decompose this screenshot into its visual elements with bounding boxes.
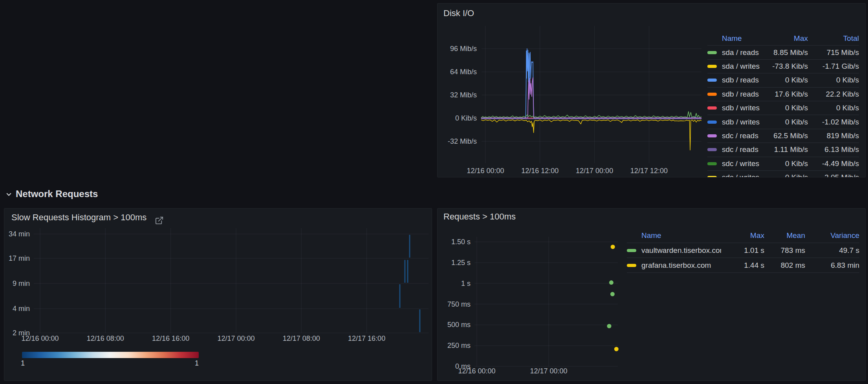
- y-grid: 0 ms250 ms500 ms750 ms1 s1.25 s1.50 s: [447, 238, 618, 370]
- legend-series-name: sdb / writes: [722, 118, 760, 126]
- legend-row-vaultwarden-tiserbox-com[interactable]: vaultwarden.tiserbox.com1.01 s783 ms49.7…: [627, 243, 859, 258]
- legend-series-name: sdb / reads: [722, 90, 759, 99]
- colorbar-max-label: 1: [195, 359, 199, 368]
- legend-series-name: sdc / writes: [722, 173, 759, 177]
- legend-series-name: sda / reads: [722, 48, 759, 57]
- series-color-swatch: [707, 106, 717, 110]
- legend-row-sda-reads[interactable]: sda / reads8.85 Mib/s715 Mib/s: [707, 46, 859, 59]
- legend-value-max: 1.11 Mib/s: [762, 145, 808, 154]
- legend-row-sdc-writes[interactable]: sdc / writes0 Kib/s-4.49 Mib/s: [707, 157, 859, 171]
- grafana-dashboard: Disk I/O 96 Mib/s64 Mib/s32 Mib/s0 Kib/s…: [0, 0, 868, 384]
- legend-value-total: 715 Mib/s: [808, 48, 859, 57]
- scatter-point-vaultwarden-tiserbox-com: [609, 280, 613, 285]
- y-tick-label: 64 Mib/s: [450, 68, 477, 76]
- legend-value-total: 22.2 Kib/s: [808, 90, 859, 99]
- y-tick-label: 250 ms: [447, 342, 471, 349]
- legend-series-name: vaultwarden.tiserbox.com: [641, 246, 721, 255]
- series-color-swatch: [627, 249, 636, 252]
- legend-row-sdb-reads[interactable]: sdb / reads17.6 Kib/s22.2 Kib/s: [707, 88, 859, 101]
- legend-row-grafana-tiserbox-com[interactable]: grafana.tiserbox.com1.44 s802 ms6.83 min: [627, 258, 859, 273]
- x-tick-label: 12/16 16:00: [152, 335, 189, 342]
- legend-series-name: sdc / writes: [722, 159, 759, 168]
- legend-value-mean: 783 ms: [764, 246, 805, 255]
- y-bucket-label: 9 min: [13, 280, 30, 287]
- heatmap-cell: [419, 309, 420, 332]
- panel-title-requests-over-100ms[interactable]: Requests > 100ms: [443, 212, 516, 222]
- legend-series-name: sdb / writes: [722, 104, 760, 112]
- series-color-swatch: [707, 65, 717, 68]
- legend-value-total: -1.71 Gib/s: [808, 62, 859, 71]
- legend-col-mean[interactable]: Mean: [764, 231, 805, 240]
- heatmap-colorbar: [22, 352, 199, 358]
- y-bucket-label: 34 min: [9, 230, 30, 238]
- legend-row-sda-writes[interactable]: sda / writes-73.8 Kib/s-1.71 Gib/s: [707, 60, 859, 73]
- x-tick-label: 12/17 00:00: [576, 167, 613, 175]
- y-tick-label: 0 Kib/s: [455, 114, 477, 122]
- series-color-swatch: [627, 264, 636, 267]
- requests-legend: NameMaxMeanVariancevaultwarden.tiserbox.…: [625, 228, 863, 273]
- x-grid: 12/16 00:0012/17 00:00: [458, 237, 567, 375]
- legend-value-max: 0 Kib/s: [762, 118, 808, 126]
- y-bucket-label: 4 min: [13, 305, 30, 313]
- legend-value-total: -4.49 Mib/s: [808, 159, 859, 168]
- legend-value-max: 0 Kib/s: [762, 173, 808, 177]
- legend-row-sdc-reads[interactable]: sdc / reads62.5 Mib/s819 Mib/s: [707, 129, 859, 143]
- heatmap-cell: [399, 284, 401, 308]
- legend-header: NameMaxTotal: [707, 32, 859, 46]
- series-color-swatch: [707, 79, 717, 82]
- legend-col-total[interactable]: Total: [808, 34, 859, 43]
- legend-col-name[interactable]: Name: [627, 231, 721, 240]
- heatmap-cell: [404, 260, 405, 283]
- x-tick-label: 12/17 16:00: [348, 335, 385, 342]
- chevron-down-icon: [5, 191, 12, 198]
- panel-title-disk-io[interactable]: Disk I/O: [443, 8, 474, 18]
- x-tick-label: 12/16 00:00: [458, 367, 495, 375]
- legend-row-sdb-reads[interactable]: sdb / reads0 Kib/s0 Kib/s: [707, 73, 859, 87]
- panel-disk-io: Disk I/O 96 Mib/s64 Mib/s32 Mib/s0 Kib/s…: [437, 3, 866, 177]
- series-lines: [482, 49, 701, 150]
- legend-value-max: 0 Kib/s: [762, 76, 808, 84]
- x-tick-label: 12/16 08:00: [87, 335, 124, 342]
- series-color-swatch: [707, 162, 717, 165]
- x-tick-label: 12/16 00:00: [21, 335, 59, 342]
- legend-col-max[interactable]: Max: [762, 34, 808, 43]
- x-tick-label: 12/17 08:00: [283, 335, 320, 342]
- series-color-swatch: [707, 121, 717, 124]
- x-grid: 12/16 00:0012/16 08:0012/16 16:0012/17 0…: [21, 228, 385, 342]
- heatmap-cell: [407, 260, 408, 283]
- legend-col-variance[interactable]: Variance: [805, 231, 859, 240]
- legend-row-sdb-writes[interactable]: sdb / writes0 Kib/s-1.02 Mib/s: [707, 115, 859, 129]
- legend-col-name[interactable]: Name: [707, 34, 762, 43]
- scatter-points: [607, 245, 619, 351]
- legend-value-variance: 6.83 min: [805, 261, 859, 270]
- legend-row-sdc-reads[interactable]: sdc / reads1.11 Mib/s6.13 Mib/s: [707, 143, 859, 157]
- series-line-sdc-reads: [482, 78, 701, 118]
- y-tick-label: 1 s: [461, 280, 471, 287]
- external-link-icon[interactable]: [155, 216, 164, 225]
- y-tick-label: 500 ms: [447, 321, 471, 329]
- legend-row-sdc-writes[interactable]: sdc / writes0 Kib/s-2.05 Mib/s: [707, 171, 859, 177]
- section-header-network-requests[interactable]: Network Requests: [5, 188, 98, 200]
- panel-requests-over-100ms: Requests > 100ms 0 ms250 ms500 ms750 ms1…: [437, 208, 866, 381]
- legend-header: NameMaxMeanVariance: [627, 228, 859, 243]
- legend-value-total: 819 Mib/s: [808, 132, 859, 140]
- legend-series-name: sdc / reads: [722, 132, 758, 140]
- legend-value-total: 0 Kib/s: [808, 76, 859, 84]
- legend-row-sdb-writes[interactable]: sdb / writes0 Kib/s0 Kib/s: [707, 101, 859, 115]
- series-color-swatch: [707, 51, 717, 54]
- x-tick-label: 12/17 12:00: [630, 167, 668, 175]
- y-bucket-label: 17 min: [9, 254, 30, 262]
- legend-value-max: 0 Kib/s: [762, 104, 808, 112]
- legend-value-total: 0 Kib/s: [808, 104, 859, 112]
- legend-value-max: 8.85 Mib/s: [762, 48, 808, 57]
- legend-series-name: sda / writes: [722, 62, 760, 71]
- series-line-sda-reads: [482, 112, 701, 118]
- y-tick-label: 32 Mib/s: [450, 91, 477, 99]
- legend-value-max: 1.44 s: [721, 261, 764, 270]
- scatter-point-vaultwarden-tiserbox-com: [610, 292, 615, 296]
- y-grid: 34 min17 min9 min4 min2 min: [9, 230, 429, 337]
- legend-col-max[interactable]: Max: [721, 231, 764, 240]
- legend-value-total: 6.13 Mib/s: [808, 145, 859, 154]
- panel-title-slow-requests-histogram[interactable]: Slow Requests Histogram > 100ms: [11, 212, 146, 223]
- section-title: Network Requests: [16, 188, 98, 199]
